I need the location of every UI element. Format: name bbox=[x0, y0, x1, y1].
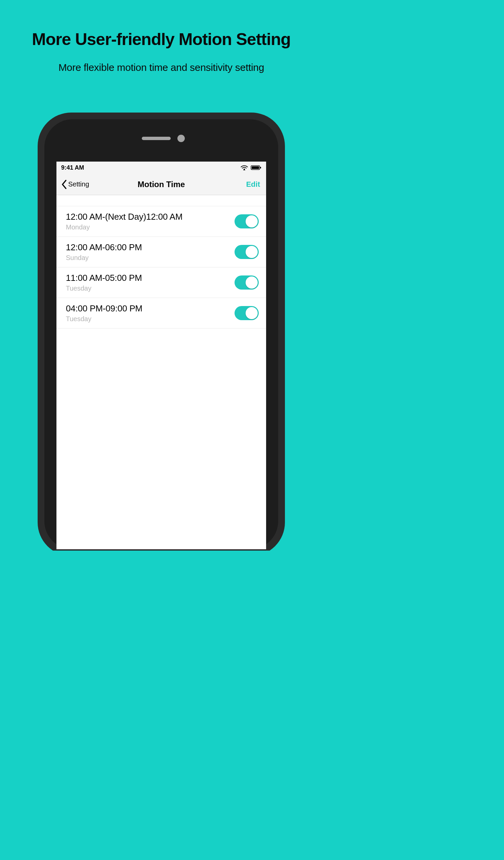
phone-inner-shell: 9:41 AM bbox=[44, 119, 278, 549]
nav-bar: Setting Motion Time Edit bbox=[56, 174, 266, 195]
edit-button[interactable]: Edit bbox=[246, 180, 260, 189]
back-label: Setting bbox=[68, 181, 89, 188]
motion-time-list: 12:00 AM-(Next Day)12:00 AM Monday 12:00… bbox=[56, 206, 266, 329]
status-bar: 9:41 AM bbox=[56, 161, 266, 174]
day-label: Tuesday bbox=[66, 285, 142, 292]
time-range-label: 12:00 AM-(Next Day)12:00 AM bbox=[66, 212, 183, 222]
phone-speaker bbox=[142, 137, 171, 140]
status-time: 9:41 AM bbox=[61, 164, 84, 171]
svg-rect-3 bbox=[260, 167, 261, 169]
enable-toggle[interactable] bbox=[234, 245, 259, 259]
time-range-label: 04:00 PM-09:00 PM bbox=[66, 303, 142, 314]
enable-toggle[interactable] bbox=[234, 214, 259, 228]
svg-rect-2 bbox=[252, 166, 259, 169]
promo-subtitle: More flexible motion time and sensitivit… bbox=[0, 62, 322, 73]
day-label: Monday bbox=[66, 224, 183, 231]
battery-icon bbox=[251, 165, 261, 170]
phone-frame: 9:41 AM bbox=[38, 113, 285, 550]
list-item[interactable]: 04:00 PM-09:00 PM Tuesday bbox=[56, 298, 266, 329]
phone-camera bbox=[177, 135, 185, 142]
list-item[interactable]: 11:00 AM-05:00 PM Tuesday bbox=[56, 268, 266, 298]
enable-toggle[interactable] bbox=[234, 306, 259, 320]
time-range-label: 11:00 AM-05:00 PM bbox=[66, 273, 142, 283]
time-range-label: 12:00 AM-06:00 PM bbox=[66, 242, 142, 253]
promo-title: More User-friendly Motion Setting bbox=[0, 0, 322, 49]
svg-point-0 bbox=[244, 169, 245, 170]
list-item[interactable]: 12:00 AM-06:00 PM Sunday bbox=[56, 237, 266, 268]
list-item[interactable]: 12:00 AM-(Next Day)12:00 AM Monday bbox=[56, 206, 266, 237]
phone-outer-shell: 9:41 AM bbox=[38, 113, 285, 550]
day-label: Tuesday bbox=[66, 315, 142, 323]
back-button[interactable]: Setting bbox=[61, 180, 89, 189]
enable-toggle[interactable] bbox=[234, 275, 259, 290]
day-label: Sunday bbox=[66, 254, 142, 262]
wifi-icon bbox=[241, 165, 248, 170]
chevron-left-icon bbox=[61, 180, 67, 189]
phone-screen: 9:41 AM bbox=[56, 161, 266, 549]
